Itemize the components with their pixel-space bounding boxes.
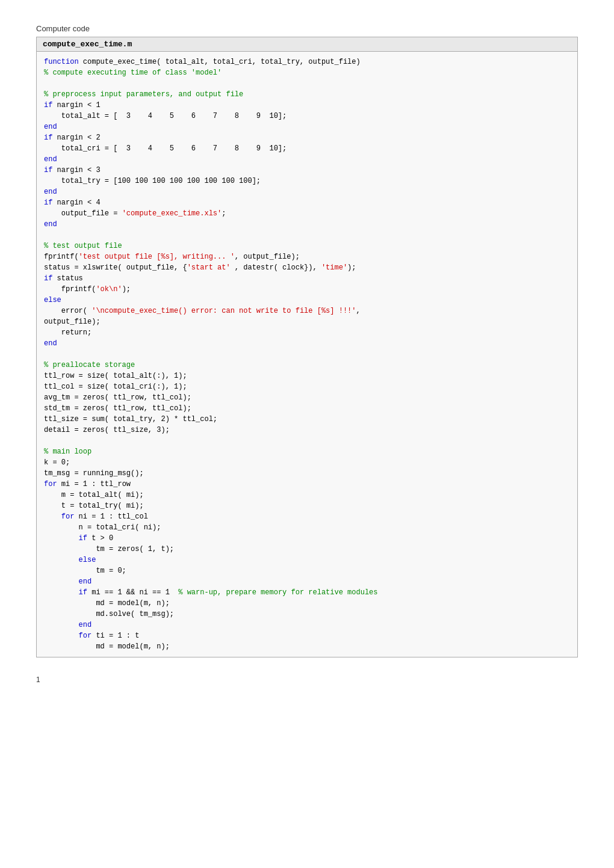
code-body[interactable]: function compute_exec_time( total_alt, t…	[37, 52, 577, 657]
page-label: Computer code	[36, 24, 578, 33]
code-filename: compute_exec_time.m	[37, 37, 577, 52]
code-container: compute_exec_time.m function compute_exe…	[36, 37, 578, 657]
page-number: 1	[36, 676, 578, 684]
